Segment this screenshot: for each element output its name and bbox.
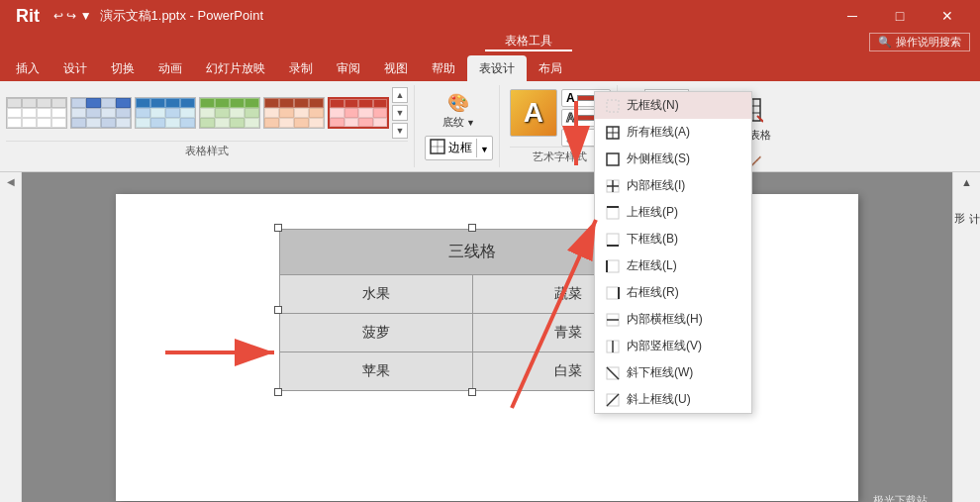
tab-table-design[interactable]: 表设计	[467, 55, 527, 81]
scroll-expand-arrow[interactable]: ▼	[392, 123, 408, 139]
border-menu-diag-down[interactable]: 斜下框线(W)	[595, 359, 751, 386]
tab-review[interactable]: 审阅	[325, 55, 372, 81]
diag-down-border-label: 斜下框线(W)	[627, 364, 693, 381]
search-placeholder: 操作说明搜索	[896, 35, 961, 50]
left-border-label: 左框线(L)	[627, 257, 677, 274]
text-fill-color	[577, 95, 595, 101]
text-effects-icon: A	[566, 131, 575, 145]
bottom-border-label: 下框线(B)	[627, 231, 678, 248]
tab-insert[interactable]: 插入	[4, 55, 51, 81]
border-menu-left[interactable]: 左框线(L)	[595, 252, 751, 279]
slide-area[interactable]: 三线格 水果 蔬菜 菠萝 青菜 苹果 白菜	[22, 172, 952, 502]
svg-line-37	[607, 367, 619, 379]
text-effects-dropdown-icon: ▼	[577, 133, 586, 143]
svg-rect-16	[607, 100, 619, 112]
no-border-icon	[605, 98, 621, 114]
border-menu-bottom[interactable]: 下框线(B)	[595, 226, 751, 252]
all-borders-icon	[605, 125, 621, 141]
handle-tl[interactable]	[274, 224, 282, 232]
shading-button[interactable]: 🎨 底纹 ▼	[425, 89, 493, 133]
shading-icon: 🎨	[447, 92, 469, 114]
border-menu-inside[interactable]: 内部框线(I)	[595, 172, 751, 199]
handle-tc[interactable]	[468, 224, 476, 232]
shading-border-group: 🎨 底纹 ▼ 边框 ▼	[419, 85, 500, 167]
app-logo: Rit	[10, 4, 46, 29]
left-sidebar: ◀	[0, 172, 22, 502]
text-outline-icon: A	[566, 111, 575, 125]
border-menu-no-border[interactable]: 无框线(N)	[595, 92, 751, 119]
shading-dropdown-icon: ▼	[466, 118, 475, 128]
diag-up-border-label: 斜上框线(U)	[627, 391, 691, 408]
handle-bl[interactable]	[274, 388, 282, 396]
wordart-A-button[interactable]: A	[510, 89, 557, 137]
ribbon-toolbar: ▲ ▼ ▼ 表格样式 🎨 底纹 ▼	[0, 81, 980, 172]
tab-view[interactable]: 视图	[372, 55, 420, 81]
ribbon-tabs: 插入 设计 切换 动画 幻灯片放映 录制 审阅 视图 帮助 表设计 布局	[0, 51, 980, 81]
right-panel-btn1[interactable]: ▲	[961, 176, 972, 188]
table-style-blue1[interactable]	[70, 97, 132, 129]
watermark: 极光下载站 www.xz7.com	[861, 493, 928, 502]
diag-up-border-icon	[605, 392, 621, 408]
scroll-arrows: ▲ ▼ ▼	[392, 87, 408, 139]
svg-line-39	[607, 394, 619, 406]
border-button[interactable]: 边框 ▼	[425, 136, 493, 160]
handle-ml[interactable]	[274, 306, 282, 314]
border-menu-all-borders[interactable]: 所有框线(A)	[595, 119, 751, 146]
inside-v-border-label: 内部竖框线(V)	[627, 338, 702, 354]
border-icon	[430, 139, 445, 157]
svg-rect-30	[607, 287, 619, 299]
tab-slideshow[interactable]: 幻灯片放映	[194, 55, 277, 81]
watermark-line1: 极光下载站	[861, 493, 928, 502]
title-bar-left: Rit ↩ ↪ ▼ 演示文稿1.pptx - PowerPoint	[10, 4, 263, 29]
tab-design[interactable]: 设计	[51, 55, 99, 81]
table-style-green[interactable]	[199, 97, 260, 129]
svg-rect-26	[607, 234, 619, 246]
svg-rect-24	[607, 207, 619, 219]
table-style-blue2[interactable]	[135, 97, 196, 129]
minimize-button[interactable]: ─	[830, 0, 875, 32]
tab-layout[interactable]: 布局	[527, 55, 574, 81]
table-cell-fruits[interactable]: 水果	[280, 274, 473, 313]
tab-animations[interactable]: 动画	[147, 55, 194, 81]
border-dropdown-arrow[interactable]: ▼	[476, 139, 492, 157]
slide-panel-indicator: ◀	[5, 176, 16, 187]
text-outline-color	[577, 115, 595, 121]
inside-border-label: 内部框线(I)	[627, 177, 685, 194]
border-menu-outside[interactable]: 外侧框线(S)	[595, 146, 751, 172]
search-box[interactable]: 🔍 操作说明搜索	[869, 33, 970, 51]
document-title: 演示文稿1.pptx - PowerPoint	[100, 7, 263, 25]
dropdown-chevron-icon: ▼	[480, 145, 489, 154]
border-menu-inside-v[interactable]: 内部竖框线(V)	[595, 333, 751, 359]
scroll-down-arrow[interactable]: ▼	[392, 105, 408, 121]
tab-record[interactable]: 录制	[277, 55, 325, 81]
handle-bc[interactable]	[468, 388, 476, 396]
tab-help[interactable]: 帮助	[420, 55, 467, 81]
table-tools-label: 表格工具	[485, 33, 572, 51]
main-content: ◀ 三线格 水果 蔬	[0, 172, 980, 502]
maximize-button[interactable]: □	[877, 0, 923, 32]
table-cell-pineapple[interactable]: 菠萝	[280, 313, 473, 351]
table-style-brown[interactable]	[263, 97, 325, 129]
border-label: 边框	[448, 140, 472, 156]
table-style-plain[interactable]	[6, 97, 67, 129]
border-menu-right[interactable]: 右框线(R)	[595, 279, 751, 306]
scroll-up-arrow[interactable]: ▲	[392, 87, 408, 103]
table-cell-apple[interactable]: 苹果	[280, 351, 473, 390]
shading-label: 底纹	[442, 115, 464, 130]
no-border-label: 无框线(N)	[627, 97, 679, 114]
border-menu-diag-up[interactable]: 斜上框线(U)	[595, 386, 751, 413]
left-border-icon	[605, 258, 621, 274]
table-style-red[interactable]	[328, 97, 389, 129]
wordart-A-icon: A	[524, 97, 543, 129]
border-menu: 无框线(N) 所有框线(A) 外侧框线(S) 内部框线(I) 上框线(P) 下框…	[594, 91, 752, 414]
right-panel: ▲ 设计形状 ▼	[952, 172, 980, 502]
outside-border-label: 外侧框线(S)	[627, 151, 690, 167]
title-bar-controls: ─ □ ✕	[830, 0, 970, 32]
border-menu-inside-h[interactable]: 内部横框线(H)	[595, 306, 751, 333]
svg-rect-20	[607, 153, 619, 165]
tab-transitions[interactable]: 切换	[99, 55, 147, 81]
table-styles-label: 表格样式	[6, 141, 408, 158]
table-styles-group: ▲ ▼ ▼ 表格样式	[6, 85, 415, 167]
border-menu-top[interactable]: 上框线(P)	[595, 199, 751, 226]
close-button[interactable]: ✕	[925, 0, 970, 32]
